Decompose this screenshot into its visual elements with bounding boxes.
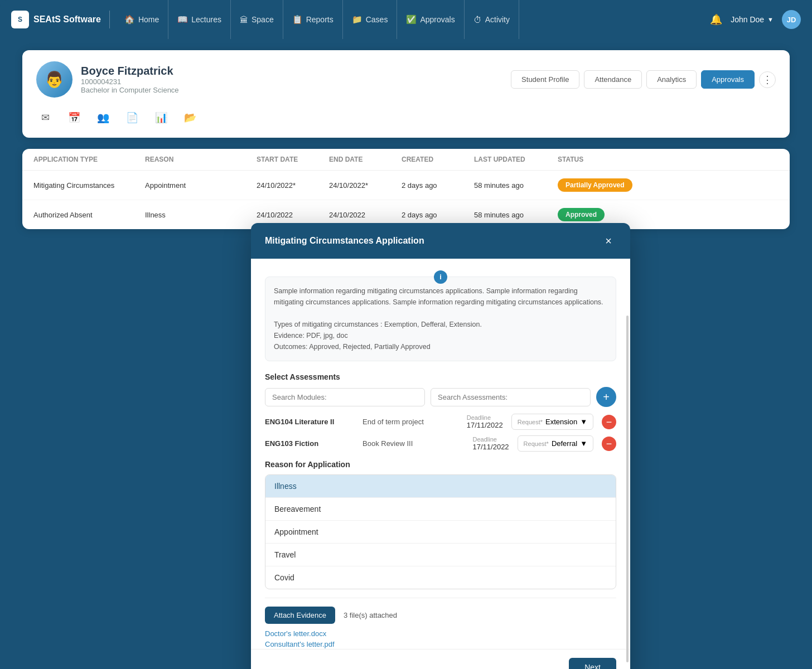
nav-space-label: Space (252, 15, 274, 24)
cell-reason-1: Appointment (145, 181, 257, 190)
cell-start-2: 24/10/2022 (257, 211, 329, 219)
reports-icon: 📋 (292, 14, 303, 25)
table-card: Application Type Reason Start Date End D… (22, 149, 790, 229)
cases-icon: 📁 (352, 14, 362, 25)
attach-evidence-button[interactable]: Attach Evidence (265, 607, 335, 624)
search-row: + (265, 387, 616, 407)
approvals-icon: ✅ (406, 14, 417, 25)
nav-approvals-label: Approvals (420, 15, 455, 24)
file-link-2[interactable]: Consultant's letter.pdf (265, 640, 616, 648)
request-select-2[interactable]: Request* Deferral ▼ (518, 435, 593, 452)
file-link-1[interactable]: Doctor's letter.docx (265, 629, 616, 638)
col-reason: Reason (145, 156, 257, 163)
request-select-1[interactable]: Request* Extension ▼ (511, 414, 593, 430)
nav-reports-label: Reports (306, 15, 334, 24)
chart-icon[interactable]: 📊 (152, 109, 170, 127)
mail-icon[interactable]: ✉ (36, 109, 54, 127)
user-menu[interactable]: John Doe ▼ (731, 15, 774, 24)
add-assessment-button[interactable]: + (596, 387, 616, 407)
search-modules-input[interactable] (265, 388, 425, 406)
modal-title: Mitigating Circumstances Application (265, 236, 424, 246)
col-start-date: Start Date (257, 156, 329, 163)
info-icon: i (434, 270, 447, 284)
table-row[interactable]: Mitigating Circumstances Appointment 24/… (22, 171, 790, 200)
remove-assessment-1-button[interactable]: − (602, 415, 616, 429)
tab-student-profile[interactable]: Student Profile (511, 70, 579, 89)
request-value-2: Deferral (552, 439, 577, 448)
tab-analytics[interactable]: Analytics (646, 70, 697, 89)
student-info: 👨 Boyce Fitzpatrick 1000004231 Bachelor … (36, 61, 179, 98)
tab-approvals[interactable]: Approvals (701, 70, 755, 89)
reason-covid[interactable]: Covid (265, 566, 616, 589)
cell-created-1: 2 days ago (402, 181, 474, 190)
brand-name: SEAtS Software (33, 14, 101, 25)
file-icon[interactable]: 📂 (181, 109, 199, 127)
nav-space[interactable]: 🏛 Space (231, 0, 283, 39)
user-avatar[interactable]: JD (782, 10, 801, 29)
nav-activity-label: Activity (485, 15, 510, 24)
student-program: Bachelor in Computer Science (81, 86, 179, 94)
lectures-icon: 📖 (177, 14, 188, 25)
space-icon: 🏛 (240, 15, 248, 25)
brand-logo-area: S SEAtS Software (11, 11, 110, 28)
nav-home-label: Home (138, 15, 159, 24)
tab-attendance[interactable]: Attendance (584, 70, 642, 89)
nav-approvals[interactable]: ✅ Approvals (397, 0, 464, 39)
chevron-icon-2: ▼ (580, 439, 587, 448)
student-details: Boyce Fitzpatrick 1000004231 Bachelor in… (81, 65, 179, 94)
cell-created-2: 2 days ago (402, 211, 474, 219)
col-end-date: End Date (329, 156, 402, 163)
modal: Mitigating Circumstances Application × i… (251, 223, 630, 669)
reason-illness[interactable]: Illness (265, 475, 616, 498)
status-badge-1: Partially Approved (558, 178, 641, 192)
users-icon[interactable]: 👥 (94, 109, 112, 127)
search-assessments-input[interactable] (431, 388, 591, 406)
reason-travel[interactable]: Travel (265, 544, 616, 566)
modal-scrollbar[interactable] (626, 316, 629, 662)
attach-count: 3 file(s) attached (344, 611, 397, 619)
nav-reports[interactable]: 📋 Reports (283, 0, 343, 39)
modal-header: Mitigating Circumstances Application × (251, 223, 630, 259)
student-name: Boyce Fitzpatrick (81, 65, 179, 77)
col-application-type: Application Type (33, 156, 145, 163)
cell-start-1: 24/10/2022* (257, 181, 329, 190)
reason-bereavement[interactable]: Bereavement (265, 498, 616, 521)
student-tabs: Student Profile Attendance Analytics App… (511, 70, 776, 89)
remove-assessment-2-button[interactable]: − (602, 437, 616, 451)
calendar-icon[interactable]: 📅 (65, 109, 83, 127)
notification-bell-icon[interactable]: 🔔 (710, 13, 722, 26)
attach-section: Attach Evidence 3 file(s) attached Docto… (265, 598, 616, 648)
assessment-row-1: ENG104 Literature II End of term project… (265, 414, 616, 430)
student-avatar: 👨 (36, 61, 72, 98)
modal-close-button[interactable]: × (601, 233, 616, 249)
brand-icon: S (11, 11, 29, 28)
nav-lectures[interactable]: 📖 Lectures (168, 0, 231, 39)
nav-cases-label: Cases (366, 15, 388, 24)
nav-home[interactable]: 🏠 Home (115, 0, 168, 39)
modal-footer: Next (251, 649, 630, 669)
select-assessments-label: Select Assessments (265, 372, 616, 381)
assessment-row-2: ENG103 Fiction Book Review III Deadline … (265, 435, 616, 452)
reason-section: Reason for Application Illness Bereaveme… (265, 460, 616, 589)
info-text-2: Types of mitigating circumstances : Exem… (274, 319, 607, 330)
table-header: Application Type Reason Start Date End D… (22, 149, 790, 171)
next-button[interactable]: Next (569, 658, 616, 669)
student-card: 👨 Boyce Fitzpatrick 1000004231 Bachelor … (22, 50, 790, 138)
col-created: Created (402, 156, 474, 163)
document-icon[interactable]: 📄 (123, 109, 141, 127)
user-name: John Doe (731, 15, 764, 24)
nav-activity[interactable]: ⏱ Activity (465, 0, 519, 39)
nav-items: 🏠 Home 📖 Lectures 🏛 Space 📋 Reports 📁 Ca… (115, 0, 710, 39)
navbar: S SEAtS Software 🏠 Home 📖 Lectures 🏛 Spa… (0, 0, 812, 39)
deadline-2: Deadline 17/11/2022 (473, 436, 509, 451)
cell-reason-2: Illness (145, 211, 257, 219)
nav-cases[interactable]: 📁 Cases (343, 0, 398, 39)
reason-label: Reason for Application (265, 460, 616, 469)
assessment-2: Book Review III (362, 439, 465, 448)
request-value-1: Extension (545, 418, 577, 426)
more-options-button[interactable]: ⋮ (759, 71, 776, 88)
reason-appointment[interactable]: Appointment (265, 521, 616, 544)
module-2: ENG103 Fiction (265, 439, 354, 448)
deadline-1: Deadline 17/11/2022 (467, 414, 503, 429)
nav-right: 🔔 John Doe ▼ JD (710, 10, 801, 29)
